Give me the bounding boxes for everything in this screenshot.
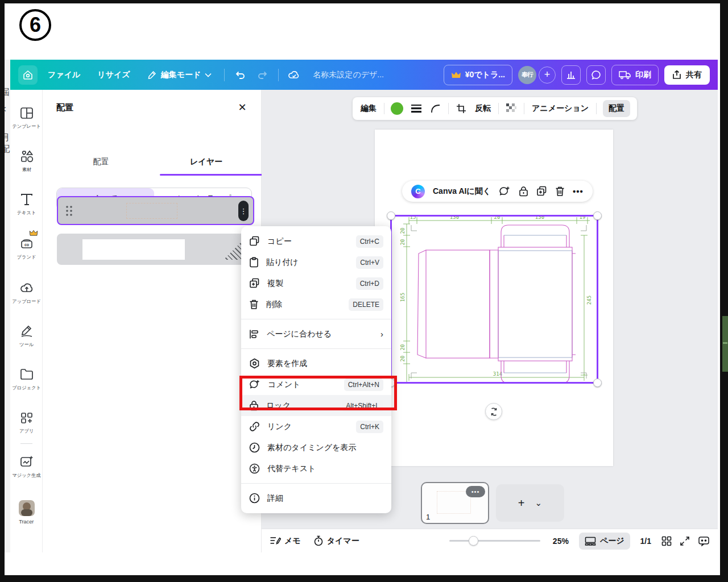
edit-button[interactable]: 編集	[359, 101, 378, 116]
folder-icon	[19, 367, 34, 382]
ask-canva-ai-button[interactable]: Canva AIに聞く	[433, 186, 491, 197]
animation-label: アニメーション	[532, 103, 589, 114]
zoom-level[interactable]: 25%	[553, 537, 569, 546]
avatar[interactable]: 奉行	[518, 66, 536, 84]
menu-item-label: 削除	[266, 300, 282, 310]
redo-button[interactable]	[253, 65, 272, 85]
menu-item-lock[interactable]: ロック Alt+Shift+L	[241, 395, 391, 416]
sidebar-item-brand[interactable]: co ブランド	[10, 236, 43, 261]
flip-button[interactable]: 反転	[474, 101, 492, 116]
add-member-button[interactable]: +	[539, 66, 556, 84]
sidebar-item-label: アップロード	[12, 298, 41, 305]
design-title[interactable]: 名称未設定のデザ...	[313, 70, 384, 80]
menu-item-details[interactable]: 詳細	[241, 488, 391, 509]
menu-divider	[241, 319, 391, 319]
add-page-button[interactable]: + ⌄	[496, 484, 564, 522]
selection-handle-se[interactable]	[593, 379, 602, 387]
rotate-handle[interactable]	[485, 403, 502, 420]
sidebar-item-tracer[interactable]: Tracer	[10, 500, 43, 525]
menu-item-comment[interactable]: コメント Ctrl+Alt+N	[241, 374, 391, 395]
fill-color-swatch[interactable]	[391, 102, 403, 115]
account-group: 奉行 +	[518, 66, 556, 84]
sidebar-item-tools[interactable]: ツール	[10, 324, 43, 348]
fullscreen-button[interactable]	[680, 536, 690, 546]
insights-button[interactable]	[561, 65, 581, 85]
pen-tool-icon	[19, 324, 34, 339]
animation-button[interactable]: アニメーション	[531, 101, 590, 116]
corner-rounding-icon	[431, 104, 441, 113]
pages-view-label: ページ	[600, 536, 624, 546]
tab-position[interactable]: 配置	[51, 157, 151, 167]
undo-button[interactable]	[230, 65, 250, 85]
more-options-button[interactable]: •••	[573, 186, 584, 196]
stroke-weight-button[interactable]	[410, 102, 423, 115]
zoom-slider[interactable]	[449, 540, 540, 542]
lock-icon	[249, 400, 259, 411]
lock-icon[interactable]	[519, 186, 528, 197]
edit-mode-button[interactable]: 編集モード	[140, 65, 219, 85]
brand-icon: co	[19, 236, 34, 251]
duplicate-icon[interactable]	[536, 186, 547, 197]
menu-item-show-timing[interactable]: 素材のタイミングを表示	[241, 437, 391, 458]
timer-button[interactable]: タイマー	[313, 535, 359, 546]
position-button-active[interactable]: 配置	[603, 100, 630, 117]
zoom-slider-knob[interactable]	[469, 536, 478, 546]
thumbnail-more-button[interactable]: •••	[466, 486, 485, 497]
home-button[interactable]	[18, 65, 38, 85]
pages-view-button[interactable]: ページ	[579, 533, 630, 550]
crop-button[interactable]	[455, 101, 468, 116]
sidebar-item-elements[interactable]: 素材	[10, 149, 43, 173]
menu-item-create-element[interactable]: 要素を作成	[241, 353, 391, 374]
cloud-save-status[interactable]	[284, 65, 304, 85]
menu-item-paste[interactable]: 貼り付け Ctrl+V	[241, 252, 391, 273]
menu-item-label: 素材のタイミングを表示	[267, 443, 356, 453]
assistant-button[interactable]	[698, 535, 710, 546]
layer-context-menu: コピー Ctrl+C 貼り付け Ctrl+V 複製 Ctrl+D	[241, 226, 391, 513]
trash-icon[interactable]	[555, 186, 565, 197]
menu-item-label: リンク	[267, 422, 292, 432]
grid-view-button[interactable]	[661, 536, 672, 546]
menu-item-delete[interactable]: 削除 DELETE	[241, 294, 391, 315]
elements-icon	[19, 149, 34, 164]
comment-plus-icon[interactable]	[499, 186, 511, 197]
selection-handle-nw[interactable]	[387, 211, 395, 220]
avatar-initials: 奉行	[522, 70, 533, 79]
sidebar-item-apps[interactable]: アプリ	[10, 410, 43, 435]
resize-button[interactable]: リサイズ	[90, 65, 136, 85]
layer-item[interactable]	[57, 234, 254, 265]
share-label: 共有	[686, 70, 702, 80]
notes-button[interactable]: メモ	[270, 536, 301, 546]
menu-shortcut: Alt+Shift+L	[342, 400, 383, 412]
page-thumbnail[interactable]: 1 •••	[421, 482, 489, 524]
active-tab-underline	[160, 174, 262, 176]
sidebar-item-magic-media[interactable]: マジック生成	[10, 455, 43, 479]
menu-item-fit-to-page[interactable]: ページに合わせる ›	[241, 323, 391, 344]
trial-upgrade-button[interactable]: ¥0でトラ...	[444, 65, 512, 85]
resize-label: リサイズ	[97, 70, 130, 80]
sidebar-item-templates[interactable]: テンプレート	[10, 106, 43, 130]
sidebar-item-uploads[interactable]: アップロード	[10, 281, 43, 305]
apps-icon	[19, 410, 34, 425]
file-menu-button[interactable]: ファイル	[41, 65, 87, 85]
menu-shortcut: Ctrl+K	[356, 421, 383, 433]
layer-more-menu-button[interactable]: ⋮	[238, 201, 249, 221]
print-button[interactable]: 印刷	[611, 65, 659, 85]
comments-button[interactable]	[586, 65, 606, 85]
menu-item-duplicate[interactable]: 複製 Ctrl+D	[241, 273, 391, 294]
drag-handle-icon[interactable]	[65, 205, 74, 217]
menu-item-alt-text[interactable]: 代替テキスト	[241, 458, 391, 479]
menu-item-link[interactable]: リンク Ctrl+K	[241, 416, 391, 437]
layer-item-selected[interactable]: ⋮	[57, 196, 254, 225]
share-button[interactable]: 共有	[664, 65, 710, 85]
sidebar-item-text[interactable]: テキスト	[10, 192, 43, 217]
corner-rounding-button[interactable]	[429, 102, 442, 115]
sidebar-item-projects[interactable]: プロジェクト	[10, 367, 43, 392]
toolbar-divider	[524, 103, 524, 114]
selection-handle-ne[interactable]	[593, 211, 602, 220]
transparency-button[interactable]	[505, 101, 518, 116]
close-icon[interactable]: ✕	[235, 100, 250, 115]
menu-item-copy[interactable]: コピー Ctrl+C	[241, 231, 391, 252]
menu-item-label: コメント	[268, 380, 300, 390]
tab-layers[interactable]: レイヤー	[156, 157, 256, 167]
thumbnail-dieline-preview	[437, 491, 471, 514]
